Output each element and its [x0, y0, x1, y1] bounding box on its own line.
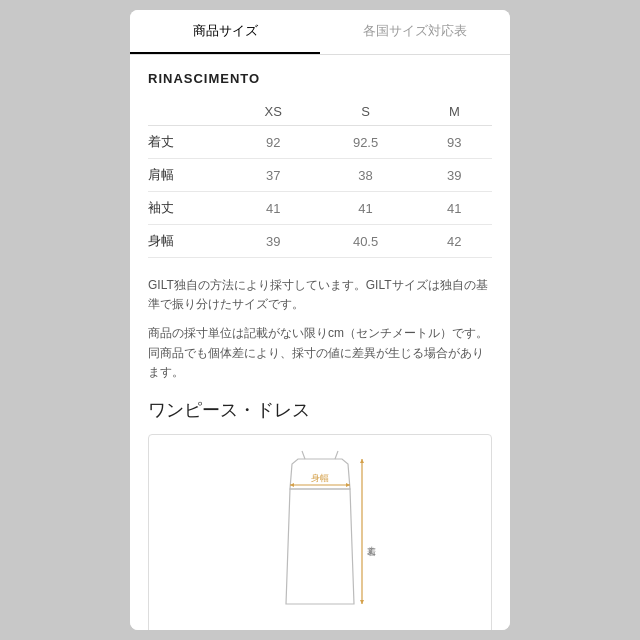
col-header-empty	[148, 98, 232, 126]
row-label-4: 身幅	[148, 225, 232, 258]
row-s-2: 38	[315, 159, 417, 192]
svg-marker-7	[360, 459, 364, 463]
row-label-1: 着丈	[148, 126, 232, 159]
diagram-svg: 身幅 着丈	[250, 449, 390, 619]
row-label-3: 袖丈	[148, 192, 232, 225]
row-xs-1: 92	[232, 126, 314, 159]
col-header-xs: XS	[232, 98, 314, 126]
note-text-2: 商品の採寸単位は記載がない限りcm（センチメートル）です。 同商品でも個体差によ…	[148, 324, 492, 382]
phone-frame: 商品サイズ 各国サイズ対応表 RINASCIMENTO XS S M 着丈 92…	[130, 10, 510, 630]
svg-text:着丈: 着丈	[368, 546, 377, 557]
row-s-1: 92.5	[315, 126, 417, 159]
tab-bar: 商品サイズ 各国サイズ対応表	[130, 10, 510, 55]
table-row: 袖丈 41 41 41	[148, 192, 492, 225]
size-table: XS S M 着丈 92 92.5 93 肩幅 37 38 39	[148, 98, 492, 258]
table-row: 身幅 39 40.5 42	[148, 225, 492, 258]
row-m-2: 39	[417, 159, 492, 192]
content-area: RINASCIMENTO XS S M 着丈 92 92.5 93 肩幅	[130, 55, 510, 630]
brand-name: RINASCIMENTO	[148, 71, 492, 86]
tab-country-size[interactable]: 各国サイズ対応表	[320, 10, 510, 54]
table-row: 肩幅 37 38 39	[148, 159, 492, 192]
col-header-s: S	[315, 98, 417, 126]
note-text-1: GILT独自の方法により採寸しています。GILTサイズは独自の基準で振り分けたサ…	[148, 276, 492, 314]
row-m-3: 41	[417, 192, 492, 225]
row-s-4: 40.5	[315, 225, 417, 258]
table-row: 着丈 92 92.5 93	[148, 126, 492, 159]
row-m-1: 93	[417, 126, 492, 159]
col-header-m: M	[417, 98, 492, 126]
row-xs-2: 37	[232, 159, 314, 192]
row-m-4: 42	[417, 225, 492, 258]
row-xs-4: 39	[232, 225, 314, 258]
note-section: GILT独自の方法により採寸しています。GILTサイズは独自の基準で振り分けたサ…	[148, 276, 492, 382]
row-xs-3: 41	[232, 192, 314, 225]
diagram-box: 身幅 着丈	[148, 434, 492, 630]
row-label-2: 肩幅	[148, 159, 232, 192]
row-s-3: 41	[315, 192, 417, 225]
svg-line-1	[335, 451, 338, 459]
svg-text:身幅: 身幅	[311, 473, 329, 483]
diagram-section-title: ワンピース・ドレス	[148, 398, 492, 422]
svg-line-0	[302, 451, 305, 459]
tab-product-size[interactable]: 商品サイズ	[130, 10, 320, 54]
svg-marker-8	[360, 600, 364, 604]
